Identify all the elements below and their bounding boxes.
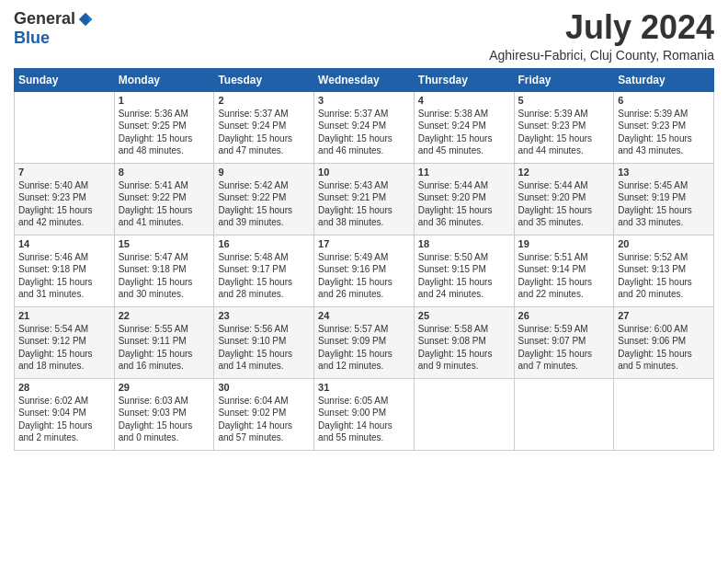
day-cell: 23Sunrise: 5:56 AMSunset: 9:10 PMDayligh… bbox=[214, 306, 314, 378]
cell-content: Sunrise: 5:36 AMSunset: 9:25 PMDaylight:… bbox=[119, 108, 210, 157]
cell-content: Sunrise: 5:37 AMSunset: 9:24 PMDaylight:… bbox=[318, 108, 410, 157]
day-number: 22 bbox=[119, 310, 210, 321]
logo: General Blue bbox=[14, 9, 94, 48]
cell-content: Sunrise: 5:44 AMSunset: 9:20 PMDaylight:… bbox=[518, 179, 610, 229]
cell-content: Sunrise: 5:57 AMSunset: 9:09 PMDaylight:… bbox=[318, 323, 410, 373]
cell-content: Sunrise: 5:47 AMSunset: 9:18 PMDaylight:… bbox=[119, 251, 210, 301]
day-cell: 28Sunrise: 6:02 AMSunset: 9:04 PMDayligh… bbox=[15, 378, 115, 450]
cell-content: Sunrise: 6:02 AMSunset: 9:04 PMDaylight:… bbox=[18, 395, 110, 444]
logo-general: General bbox=[14, 9, 75, 29]
cell-content: Sunrise: 5:40 AMSunset: 9:23 PMDaylight:… bbox=[18, 179, 110, 229]
day-number: 25 bbox=[418, 310, 510, 321]
day-cell: 8Sunrise: 5:41 AMSunset: 9:22 PMDaylight… bbox=[114, 163, 214, 235]
cell-content: Sunrise: 5:39 AMSunset: 9:23 PMDaylight:… bbox=[518, 108, 610, 157]
column-header-monday: Monday bbox=[114, 68, 214, 91]
day-number: 26 bbox=[518, 310, 610, 321]
day-cell: 6Sunrise: 5:39 AMSunset: 9:23 PMDaylight… bbox=[614, 91, 714, 163]
day-number: 1 bbox=[119, 95, 210, 106]
location: Aghiresu-Fabrici, Cluj County, Romania bbox=[489, 48, 714, 63]
column-header-tuesday: Tuesday bbox=[214, 68, 314, 91]
day-number: 5 bbox=[518, 95, 610, 106]
cell-content: Sunrise: 5:54 AMSunset: 9:12 PMDaylight:… bbox=[18, 323, 110, 373]
day-cell: 12Sunrise: 5:44 AMSunset: 9:20 PMDayligh… bbox=[514, 163, 614, 235]
cell-content: Sunrise: 5:45 AMSunset: 9:19 PMDaylight:… bbox=[618, 179, 710, 229]
cell-content: Sunrise: 5:37 AMSunset: 9:24 PMDaylight:… bbox=[218, 108, 310, 157]
day-number: 2 bbox=[218, 95, 310, 106]
calendar-table: SundayMondayTuesdayWednesdayThursdayFrid… bbox=[14, 68, 714, 451]
day-number: 20 bbox=[618, 238, 710, 249]
day-number: 10 bbox=[318, 167, 410, 178]
cell-content: Sunrise: 6:03 AMSunset: 9:03 PMDaylight:… bbox=[119, 395, 210, 444]
day-number: 12 bbox=[518, 167, 610, 178]
day-cell bbox=[614, 378, 714, 450]
cell-content: Sunrise: 5:52 AMSunset: 9:13 PMDaylight:… bbox=[618, 251, 710, 301]
day-number: 13 bbox=[618, 167, 710, 178]
day-cell: 13Sunrise: 5:45 AMSunset: 9:19 PMDayligh… bbox=[614, 163, 714, 235]
month-title: July 2024 bbox=[489, 9, 714, 46]
week-row-4: 21Sunrise: 5:54 AMSunset: 9:12 PMDayligh… bbox=[15, 306, 714, 378]
day-cell: 11Sunrise: 5:44 AMSunset: 9:20 PMDayligh… bbox=[414, 163, 514, 235]
day-number: 21 bbox=[18, 310, 110, 321]
cell-content: Sunrise: 5:58 AMSunset: 9:08 PMDaylight:… bbox=[418, 323, 510, 373]
day-number: 15 bbox=[119, 238, 210, 249]
week-row-5: 28Sunrise: 6:02 AMSunset: 9:04 PMDayligh… bbox=[15, 378, 714, 450]
day-cell bbox=[414, 378, 514, 450]
day-cell: 14Sunrise: 5:46 AMSunset: 9:18 PMDayligh… bbox=[15, 235, 115, 306]
day-number: 27 bbox=[618, 310, 710, 321]
cell-content: Sunrise: 5:43 AMSunset: 9:21 PMDaylight:… bbox=[318, 179, 410, 229]
cell-content: Sunrise: 6:00 AMSunset: 9:06 PMDaylight:… bbox=[618, 323, 710, 373]
day-number: 3 bbox=[318, 95, 410, 106]
day-cell bbox=[514, 378, 614, 450]
day-number: 19 bbox=[518, 238, 610, 249]
day-number: 7 bbox=[18, 167, 110, 178]
day-cell: 30Sunrise: 6:04 AMSunset: 9:02 PMDayligh… bbox=[214, 378, 314, 450]
cell-content: Sunrise: 5:41 AMSunset: 9:22 PMDaylight:… bbox=[119, 179, 210, 229]
cell-content: Sunrise: 5:55 AMSunset: 9:11 PMDaylight:… bbox=[119, 323, 210, 373]
cell-content: Sunrise: 5:39 AMSunset: 9:23 PMDaylight:… bbox=[618, 108, 710, 157]
day-number: 17 bbox=[318, 238, 410, 249]
day-cell: 9Sunrise: 5:42 AMSunset: 9:22 PMDaylight… bbox=[214, 163, 314, 235]
cell-content: Sunrise: 5:59 AMSunset: 9:07 PMDaylight:… bbox=[518, 323, 610, 373]
logo-icon bbox=[77, 11, 94, 28]
day-cell: 17Sunrise: 5:49 AMSunset: 9:16 PMDayligh… bbox=[314, 235, 415, 306]
day-cell: 7Sunrise: 5:40 AMSunset: 9:23 PMDaylight… bbox=[15, 163, 115, 235]
day-cell: 3Sunrise: 5:37 AMSunset: 9:24 PMDaylight… bbox=[314, 91, 415, 163]
day-number: 29 bbox=[119, 382, 210, 393]
day-number: 4 bbox=[418, 95, 510, 106]
day-cell: 10Sunrise: 5:43 AMSunset: 9:21 PMDayligh… bbox=[314, 163, 415, 235]
column-header-wednesday: Wednesday bbox=[314, 68, 415, 91]
day-cell: 15Sunrise: 5:47 AMSunset: 9:18 PMDayligh… bbox=[114, 235, 214, 306]
cell-content: Sunrise: 5:49 AMSunset: 9:16 PMDaylight:… bbox=[318, 251, 410, 301]
column-header-sunday: Sunday bbox=[15, 68, 115, 91]
day-number: 30 bbox=[218, 382, 310, 393]
day-cell: 31Sunrise: 6:05 AMSunset: 9:00 PMDayligh… bbox=[314, 378, 415, 450]
day-cell: 25Sunrise: 5:58 AMSunset: 9:08 PMDayligh… bbox=[414, 306, 514, 378]
day-cell: 5Sunrise: 5:39 AMSunset: 9:23 PMDaylight… bbox=[514, 91, 614, 163]
column-header-row: SundayMondayTuesdayWednesdayThursdayFrid… bbox=[15, 68, 714, 91]
day-cell: 1Sunrise: 5:36 AMSunset: 9:25 PMDaylight… bbox=[114, 91, 214, 163]
day-cell: 22Sunrise: 5:55 AMSunset: 9:11 PMDayligh… bbox=[114, 306, 214, 378]
cell-content: Sunrise: 5:42 AMSunset: 9:22 PMDaylight:… bbox=[218, 179, 310, 229]
day-number: 28 bbox=[18, 382, 110, 393]
day-number: 9 bbox=[218, 167, 310, 178]
day-number: 14 bbox=[18, 238, 110, 249]
week-row-3: 14Sunrise: 5:46 AMSunset: 9:18 PMDayligh… bbox=[15, 235, 714, 306]
column-header-thursday: Thursday bbox=[414, 68, 514, 91]
cell-content: Sunrise: 5:51 AMSunset: 9:14 PMDaylight:… bbox=[518, 251, 610, 301]
cell-content: Sunrise: 5:44 AMSunset: 9:20 PMDaylight:… bbox=[418, 179, 510, 229]
day-cell: 20Sunrise: 5:52 AMSunset: 9:13 PMDayligh… bbox=[614, 235, 714, 306]
week-row-2: 7Sunrise: 5:40 AMSunset: 9:23 PMDaylight… bbox=[15, 163, 714, 235]
day-cell: 24Sunrise: 5:57 AMSunset: 9:09 PMDayligh… bbox=[314, 306, 415, 378]
cell-content: Sunrise: 5:48 AMSunset: 9:17 PMDaylight:… bbox=[218, 251, 310, 301]
day-number: 23 bbox=[218, 310, 310, 321]
day-cell: 29Sunrise: 6:03 AMSunset: 9:03 PMDayligh… bbox=[114, 378, 214, 450]
day-cell bbox=[15, 91, 115, 163]
week-row-1: 1Sunrise: 5:36 AMSunset: 9:25 PMDaylight… bbox=[15, 91, 714, 163]
day-number: 31 bbox=[318, 382, 410, 393]
column-header-friday: Friday bbox=[514, 68, 614, 91]
day-cell: 2Sunrise: 5:37 AMSunset: 9:24 PMDaylight… bbox=[214, 91, 314, 163]
day-cell: 4Sunrise: 5:38 AMSunset: 9:24 PMDaylight… bbox=[414, 91, 514, 163]
day-number: 16 bbox=[218, 238, 310, 249]
day-cell: 21Sunrise: 5:54 AMSunset: 9:12 PMDayligh… bbox=[15, 306, 115, 378]
main-container: General Blue July 2024 Aghiresu-Fabrici,… bbox=[0, 0, 728, 455]
